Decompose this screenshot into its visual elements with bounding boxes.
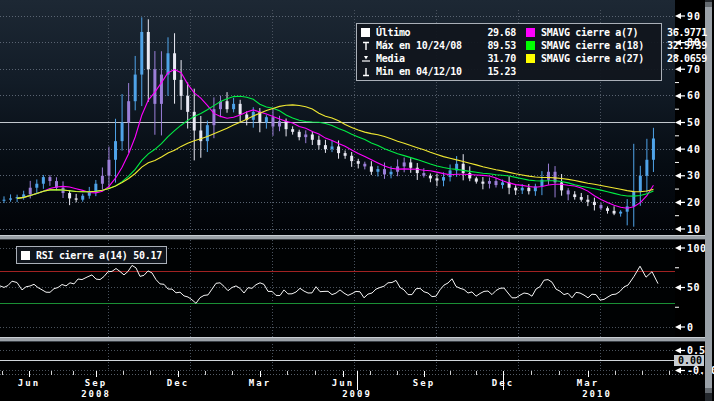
legend-row-rsi: RSI cierre a(14) 50.17 <box>21 249 162 261</box>
svg-text:Mar: Mar <box>249 378 271 388</box>
min-icon <box>361 67 373 77</box>
price-legend[interactable]: Último 29.68 Máx en 10/24/08 89.53 Media… <box>356 23 662 81</box>
legend-row-smavg27: SMAVG cierre a(27) 28.0659 <box>526 52 707 65</box>
svg-text:Sep: Sep <box>85 378 107 388</box>
legend-label: Máx en 10/24/08 <box>376 39 472 52</box>
legend-label: Min en 04/12/10 <box>376 65 472 78</box>
lower-axis-highlight-badge: 0.00 <box>674 355 704 366</box>
legend-label: Media <box>376 52 472 65</box>
legend-value: 28.0659 <box>653 52 707 65</box>
svg-text:Jun: Jun <box>18 378 40 388</box>
legend-value: 36.9771 <box>653 26 707 39</box>
svg-text:Sep: Sep <box>413 378 435 388</box>
smavg27-swatch <box>526 54 538 63</box>
legend-value: 31.70 <box>472 52 516 65</box>
smavg7-swatch <box>526 28 538 37</box>
svg-text:2009: 2009 <box>342 389 372 399</box>
svg-text:60: 60 <box>687 90 701 101</box>
svg-text:40: 40 <box>687 144 701 155</box>
average-icon <box>361 54 373 64</box>
svg-text:0.00: 0.00 <box>678 355 702 366</box>
svg-text:2008: 2008 <box>81 389 111 399</box>
svg-text:Mar: Mar <box>577 378 599 388</box>
svg-text:2010: 2010 <box>582 389 612 399</box>
legend-row-smavg7: SMAVG cierre a(7) 36.9771 <box>526 26 707 39</box>
svg-text:10: 10 <box>687 224 701 235</box>
svg-text:50: 50 <box>687 117 701 128</box>
legend-row-max: Máx en 10/24/08 89.53 <box>361 39 516 52</box>
svg-text:20: 20 <box>687 197 701 208</box>
legend-row-mean: Media 31.70 <box>361 52 516 65</box>
svg-text:Dec: Dec <box>167 378 189 388</box>
svg-text:100: 100 <box>687 243 707 254</box>
terminal-chart-screen: 9080706050403020101005000.50-0.500.00Jun… <box>0 0 714 401</box>
legend-label: SMAVG cierre a(27) <box>541 52 653 65</box>
smavg18-swatch <box>526 41 538 50</box>
legend-row-last: Último 29.68 <box>361 26 516 39</box>
rsi-legend[interactable]: RSI cierre a(14) 50.17 <box>16 246 167 264</box>
legend-row-smavg18: SMAVG cierre a(18) 32.5739 <box>526 39 707 52</box>
svg-text:Jun: Jun <box>332 378 354 388</box>
legend-row-min: Min en 04/12/10 15.23 <box>361 65 516 78</box>
price-legend-stats-column: Último 29.68 Máx en 10/24/08 89.53 Media… <box>361 26 516 78</box>
max-icon <box>361 41 373 51</box>
last-price-swatch <box>361 28 373 37</box>
legend-label: Último <box>376 26 472 39</box>
svg-text:50: 50 <box>687 282 700 293</box>
legend-value: 89.53 <box>472 39 516 52</box>
legend-value: 29.68 <box>472 26 516 39</box>
legend-label: RSI cierre a(14) 50.17 <box>36 249 162 262</box>
svg-text:0: 0 <box>687 322 694 333</box>
svg-text:30: 30 <box>687 170 701 181</box>
rsi-swatch <box>21 251 33 260</box>
svg-text:90: 90 <box>687 11 701 22</box>
legend-value: 32.5739 <box>653 39 707 52</box>
legend-label: SMAVG cierre a(18) <box>541 39 653 52</box>
price-legend-smavg-column: SMAVG cierre a(7) 36.9771 SMAVG cierre a… <box>526 26 707 78</box>
legend-label: SMAVG cierre a(7) <box>541 26 653 39</box>
legend-value: 15.23 <box>472 65 516 78</box>
